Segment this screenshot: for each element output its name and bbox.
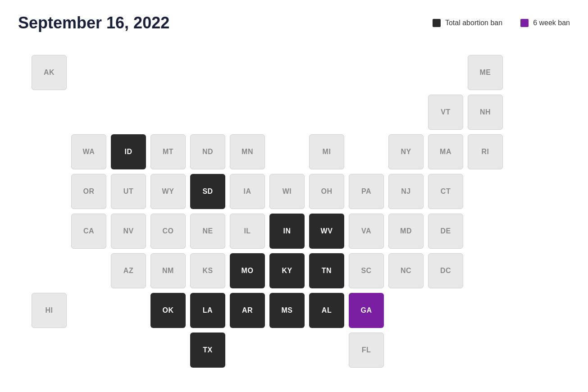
state-pa[interactable]: PA xyxy=(349,174,384,209)
state-wv[interactable]: WV xyxy=(309,214,344,249)
state-az[interactable]: AZ xyxy=(111,253,146,288)
state-nv[interactable]: NV xyxy=(111,214,146,249)
state-dc[interactable]: DC xyxy=(428,253,463,288)
state-mn[interactable]: MN xyxy=(230,134,265,169)
state-ky[interactable]: KY xyxy=(269,253,305,288)
state-de[interactable]: DE xyxy=(428,214,463,249)
state-me[interactable]: ME xyxy=(468,55,503,90)
6week-ban-swatch xyxy=(520,19,529,27)
state-al[interactable]: AL xyxy=(309,293,344,328)
state-nh[interactable]: NH xyxy=(468,95,503,130)
state-ia[interactable]: IA xyxy=(230,174,265,209)
state-mi[interactable]: MI xyxy=(309,134,344,169)
state-ok[interactable]: OK xyxy=(150,293,186,328)
state-ar[interactable]: AR xyxy=(230,293,265,328)
state-ne[interactable]: NE xyxy=(190,214,225,249)
state-ms[interactable]: MS xyxy=(269,293,305,328)
state-oh[interactable]: OH xyxy=(309,174,344,209)
state-id[interactable]: ID xyxy=(111,134,146,169)
state-co[interactable]: CO xyxy=(150,214,186,249)
state-sc[interactable]: SC xyxy=(349,253,384,288)
legend-6week-ban: 6 week ban xyxy=(520,19,570,27)
state-ak[interactable]: AK xyxy=(32,55,67,90)
total-ban-label: Total abortion ban xyxy=(445,19,502,27)
state-md[interactable]: MD xyxy=(388,214,424,249)
state-ks[interactable]: KS xyxy=(190,253,225,288)
state-fl[interactable]: FL xyxy=(349,333,384,368)
page-title: September 16, 2022 xyxy=(18,14,169,32)
state-wa[interactable]: WA xyxy=(71,134,106,169)
state-nd[interactable]: ND xyxy=(190,134,225,169)
6week-ban-label: 6 week ban xyxy=(533,19,570,27)
legend-total-ban: Total abortion ban xyxy=(433,19,502,27)
state-sd[interactable]: SD xyxy=(190,174,225,209)
state-or[interactable]: OR xyxy=(71,174,106,209)
state-nj[interactable]: NJ xyxy=(388,174,424,209)
state-vt[interactable]: VT xyxy=(428,95,463,130)
state-va[interactable]: VA xyxy=(349,214,384,249)
state-nc[interactable]: NC xyxy=(388,253,424,288)
state-ut[interactable]: UT xyxy=(111,174,146,209)
state-wi[interactable]: WI xyxy=(269,174,305,209)
header: September 16, 2022 Total abortion ban 6 … xyxy=(18,14,570,32)
state-in[interactable]: IN xyxy=(269,214,305,249)
state-tx[interactable]: TX xyxy=(190,333,225,368)
legend: Total abortion ban 6 week ban xyxy=(433,19,570,27)
state-nm[interactable]: NM xyxy=(150,253,186,288)
state-il[interactable]: IL xyxy=(230,214,265,249)
state-ga[interactable]: GA xyxy=(349,293,384,328)
total-ban-swatch xyxy=(433,19,441,27)
state-ny[interactable]: NY xyxy=(388,134,424,169)
state-ma[interactable]: MA xyxy=(428,134,463,169)
state-ri[interactable]: RI xyxy=(468,134,503,169)
state-ca[interactable]: CA xyxy=(71,214,106,249)
state-wy[interactable]: WY xyxy=(150,174,186,209)
map-container: AKMEVTNHWAIDMTNDMNMINYMARIORUTWYSDIAWIOH… xyxy=(18,50,570,388)
state-la[interactable]: LA xyxy=(190,293,225,328)
state-mo[interactable]: MO xyxy=(230,253,265,288)
state-tn[interactable]: TN xyxy=(309,253,344,288)
state-hi[interactable]: HI xyxy=(32,293,67,328)
state-mt[interactable]: MT xyxy=(150,134,186,169)
state-ct[interactable]: CT xyxy=(428,174,463,209)
